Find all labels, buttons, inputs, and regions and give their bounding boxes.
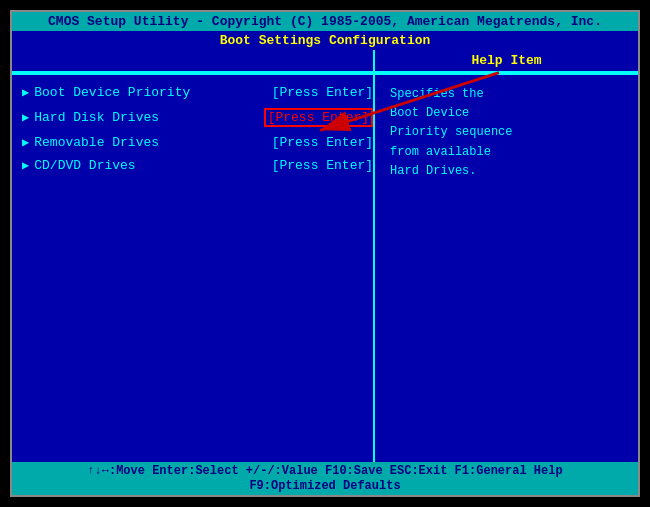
title-bar: CMOS Setup Utility - Copyright (C) 1985-… — [12, 12, 638, 31]
subtitle-bar: Boot Settings Configuration — [12, 31, 638, 50]
menu-item-boot-device[interactable]: ▶ Boot Device Priority [Press Enter] — [22, 85, 373, 100]
menu-item-hard-disk[interactable]: ▶ Hard Disk Drives [Press Enter] — [22, 108, 373, 127]
arrow-icon-3: ▶ — [22, 135, 29, 150]
help-item-header: Help Item — [375, 50, 638, 71]
left-column-header — [12, 50, 375, 71]
cddvd-value: [Press Enter] — [272, 158, 373, 173]
main-content: ▶ Boot Device Priority [Press Enter] ▶ H… — [12, 73, 638, 476]
left-panel: ▶ Boot Device Priority [Press Enter] ▶ H… — [12, 75, 375, 476]
arrow-icon-4: ▶ — [22, 158, 29, 173]
hard-disk-label: Hard Disk Drives — [34, 110, 253, 125]
bios-screen: CMOS Setup Utility - Copyright (C) 1985-… — [10, 10, 640, 497]
removable-label: Removable Drives — [34, 135, 261, 150]
removable-value: [Press Enter] — [272, 135, 373, 150]
help-text: Specifies theBoot DevicePriority sequenc… — [390, 85, 628, 181]
column-headers: Help Item — [12, 50, 638, 73]
arrow-icon-2: ▶ — [22, 110, 29, 125]
cddvd-label: CD/DVD Drives — [34, 158, 261, 173]
title-text: CMOS Setup Utility - Copyright (C) 1985-… — [48, 14, 602, 29]
arrow-icon-1: ▶ — [22, 85, 29, 100]
right-panel: Specifies theBoot DevicePriority sequenc… — [375, 75, 638, 476]
menu-item-cddvd[interactable]: ▶ CD/DVD Drives [Press Enter] — [22, 158, 373, 173]
hard-disk-value: [Press Enter] — [264, 108, 373, 127]
boot-device-value: [Press Enter] — [272, 85, 373, 100]
bottom-bar-line1: ↑↓↔:Move Enter:Select +/-/:Value F10:Sav… — [12, 464, 638, 478]
subtitle-text: Boot Settings Configuration — [220, 33, 431, 48]
menu-item-removable[interactable]: ▶ Removable Drives [Press Enter] — [22, 135, 373, 150]
bottom-bar-line2: F9:Optimized Defaults — [12, 479, 638, 493]
bottom-bar: ↑↓↔:Move Enter:Select +/-/:Value F10:Sav… — [12, 462, 638, 495]
boot-device-label: Boot Device Priority — [34, 85, 261, 100]
